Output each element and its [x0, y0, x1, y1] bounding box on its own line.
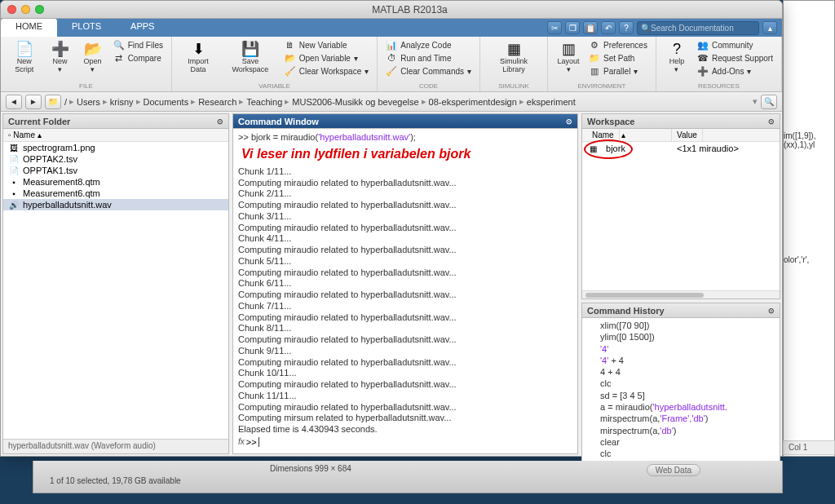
command-window-panel: Command Window ⊙ >> bjork = miraudio('hy… — [232, 113, 578, 454]
new-variable-button[interactable]: 🗎New Variable — [281, 38, 373, 51]
history-item[interactable]: '4' + 4 — [585, 355, 776, 366]
editor-status-col: Col 1 — [783, 440, 835, 455]
back-button[interactable]: ◄ — [6, 95, 22, 109]
layout-button[interactable]: ▥Layout▾ — [553, 38, 584, 77]
group-label-code: CODE — [382, 81, 475, 91]
history-item[interactable]: 4 + 4 — [585, 366, 776, 378]
import-data-button[interactable]: ⬇Import Data — [177, 38, 219, 77]
file-item[interactable]: 🖼spectrogram1.png — [3, 142, 228, 153]
history-item[interactable]: clc — [585, 448, 776, 459]
history-item[interactable]: sd = [3 4 5] — [585, 390, 776, 401]
command-history-header[interactable]: Command History ⊙ — [582, 303, 780, 318]
preferences-button[interactable]: ⚙Preferences — [585, 38, 651, 51]
path-bar[interactable]: /▸ Users▸ krisny▸ Documents▸ Research▸ T… — [64, 96, 749, 107]
history-item[interactable]: ylim([0 1500]) — [585, 331, 776, 343]
group-label-resources: RESOURCES — [661, 81, 776, 91]
group-label-environment: ENVIRONMENT — [553, 81, 651, 91]
file-icon: ▪ — [8, 177, 20, 187]
compare-button[interactable]: ⇄Compare — [110, 51, 166, 64]
finder-window-background: Dimensions 999 × 684 1 of 10 selected, 1… — [33, 461, 783, 493]
search-documentation-input[interactable]: 🔍 Search Documentation — [637, 21, 759, 35]
window-controls — [7, 5, 44, 14]
toolstrip: 📄New Script ➕New▾ 📂Open▾ 🔍Find Files ⇄Co… — [1, 37, 782, 92]
forward-button[interactable]: ► — [25, 95, 42, 109]
workspace-panel: Workspace ⊙ Name ▴ Value ▦ bjork <1x1 mi… — [581, 113, 780, 299]
add-ons-button[interactable]: ➕Add-Ons ▾ — [694, 64, 776, 77]
file-item[interactable]: 📄OPPTAK2.tsv — [3, 153, 228, 165]
command-prompt[interactable]: fx>> — [238, 435, 572, 449]
current-folder-header[interactable]: Current Folder ⊙ — [3, 114, 228, 129]
command-window-body[interactable]: >> bjork = miraudio('hyperballadutsnitt.… — [233, 129, 577, 453]
file-icon: 📄 — [8, 166, 20, 175]
current-folder-columns[interactable]: ▫ Name ▴ — [3, 129, 228, 142]
open-variable-button[interactable]: 📂Open Variable ▾ — [281, 51, 373, 64]
copy-icon[interactable]: ❐ — [565, 21, 580, 34]
history-item[interactable]: clear — [585, 436, 776, 448]
panel-menu-icon[interactable]: ⊙ — [768, 307, 775, 315]
zoom-icon[interactable] — [35, 5, 44, 14]
ribbon-tabs: HOME PLOTS APPS ✂ ❐ 📋 ↶ ? 🔍 Search Docum… — [1, 19, 782, 37]
cut-icon[interactable]: ✂ — [547, 21, 562, 34]
file-icon: ▪ — [8, 188, 20, 198]
open-button[interactable]: 📂Open▾ — [77, 38, 108, 76]
workspace-variable-row[interactable]: ▦ bjork <1x1 miraudio> — [582, 142, 780, 156]
breadcrumb: ◄ ► 📁 /▸ Users▸ krisny▸ Documents▸ Resea… — [1, 92, 782, 112]
file-item[interactable]: ▪Measurement8.qtm — [3, 176, 228, 188]
help-icon[interactable]: ? — [619, 21, 634, 34]
group-label-file: FILE — [6, 81, 166, 91]
new-script-button[interactable]: 📄New Script — [6, 38, 43, 76]
tab-home[interactable]: HOME — [1, 19, 57, 37]
paste-icon[interactable]: 📋 — [583, 21, 598, 34]
clear-workspace-button[interactable]: 🧹Clear Workspace ▾ — [281, 64, 373, 77]
background-editor-window: im([1,9]), (xx),1),yl olor','r', — [783, 0, 835, 457]
command-output: Chunk 1/11... Computing miraudio related… — [238, 166, 572, 435]
save-workspace-button[interactable]: 💾Save Workspace — [221, 38, 280, 77]
panel-menu-icon[interactable]: ⊙ — [217, 117, 223, 126]
minimize-icon[interactable] — [21, 5, 30, 14]
file-item[interactable]: ▪Measurement6.qtm — [3, 188, 228, 199]
request-support-button[interactable]: ☎Request Support — [694, 51, 776, 64]
undo-icon[interactable]: ↶ — [601, 21, 616, 34]
file-item[interactable]: 📄OPPTAK1.tsv — [3, 165, 228, 176]
workspace-header[interactable]: Workspace ⊙ — [582, 114, 780, 129]
search-folder-icon[interactable]: 🔍 — [761, 95, 777, 109]
tab-apps[interactable]: APPS — [116, 19, 169, 37]
community-button[interactable]: 👥Community — [694, 38, 776, 51]
history-item[interactable]: clc — [585, 378, 776, 389]
help-button[interactable]: ?Help▾ — [661, 38, 692, 77]
minimize-ribbon-icon[interactable]: ▴ — [762, 21, 777, 34]
history-item[interactable]: mirspectrum(a,'db') — [585, 425, 776, 436]
group-label-variable: VARIABLE — [177, 81, 372, 91]
history-item[interactable]: xlim([70 90]) — [585, 320, 776, 331]
set-path-button[interactable]: 📁Set Path — [585, 51, 651, 64]
analyze-code-button[interactable]: 📊Analyze Code — [382, 38, 475, 51]
history-item[interactable]: a = miraudio('hyperballadutsnitt. — [585, 401, 776, 413]
fx-icon[interactable]: fx — [238, 437, 245, 446]
path-dropdown-icon[interactable]: ▾ — [753, 96, 758, 107]
tab-plots[interactable]: PLOTS — [57, 19, 116, 37]
workspace-columns[interactable]: Name ▴ Value — [582, 129, 780, 142]
command-history-body[interactable]: xlim([70 90])ylim([0 1500])'4''4' + 44 +… — [582, 318, 780, 473]
current-folder-panel: Current Folder ⊙ ▫ Name ▴ 🖼spectrogram1.… — [2, 113, 229, 454]
clear-commands-button[interactable]: 🧹Clear Commands ▾ — [382, 64, 475, 77]
file-icon: 📄 — [8, 154, 20, 164]
panel-menu-icon[interactable]: ⊙ — [566, 117, 572, 126]
up-folder-button[interactable]: 📁 — [45, 95, 61, 109]
scrollbar[interactable] — [582, 290, 780, 298]
find-files-button[interactable]: 🔍Find Files — [110, 38, 166, 51]
command-window-header[interactable]: Command Window ⊙ — [233, 114, 577, 129]
run-and-time-button[interactable]: ⏱Run and Time — [382, 51, 475, 64]
parallel-button[interactable]: ▥Parallel ▾ — [585, 64, 651, 77]
file-item[interactable]: 🔊hyperballadutsnitt.wav — [3, 199, 228, 210]
titlebar: MATLAB R2013a — [1, 1, 782, 19]
command-history-panel: Command History ⊙ xlim([70 90])ylim([0 1… — [581, 303, 780, 482]
web-data-button[interactable]: Web Data — [647, 464, 700, 476]
history-item[interactable]: mirspectrum(a,'Frame','db') — [585, 413, 776, 424]
window-title: MATLAB R2013a — [44, 4, 775, 15]
new-button[interactable]: ➕New▾ — [45, 38, 76, 76]
finder-status: 1 of 10 selected, 19,78 GB available — [50, 476, 766, 485]
close-icon[interactable] — [7, 5, 16, 14]
panel-menu-icon[interactable]: ⊙ — [768, 117, 775, 126]
simulink-library-button[interactable]: ▦Simulink Library — [485, 38, 542, 76]
history-item[interactable]: '4' — [585, 343, 776, 355]
